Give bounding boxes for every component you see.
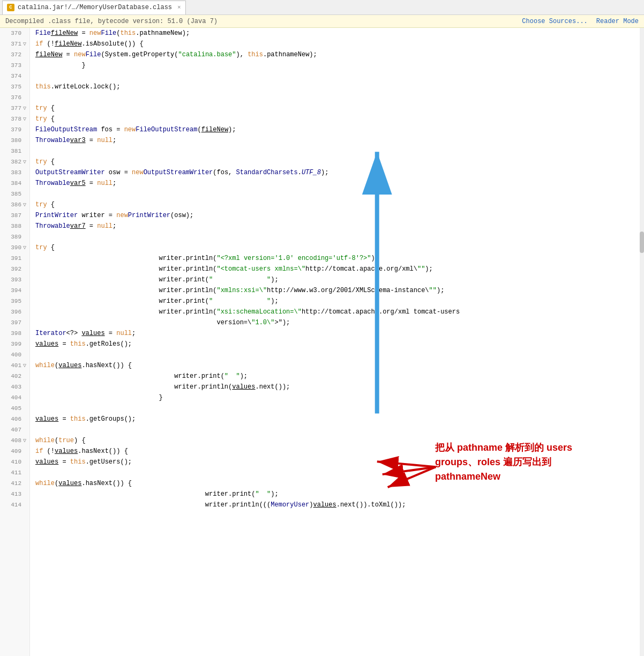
fold-placeholder [21,416,28,422]
header-actions: Choose Sources... Reader Mode [522,18,639,25]
fold-indicator [21,189,29,199]
decompiled-notice: Decompiled .class file, bytecode version… [5,18,218,25]
fold-placeholder [21,459,28,465]
fold-indicator [21,467,29,478]
line-number: 380 [0,135,21,146]
table-row [30,71,644,81]
table-row: PrintWriter writer = new PrintWriter(osw… [30,210,644,221]
line-number: 388 [0,221,21,232]
fold-placeholder [21,137,28,144]
fold-indicator [21,124,29,135]
choose-sources-link[interactable]: Choose Sources... [522,18,587,25]
table-row: values = this.getGroups(); [30,414,644,424]
annotation-line1: 把从 pathname 解析到的 users [435,441,596,455]
line-number: 398 [0,328,21,339]
fold-icon[interactable]: ▽ [21,244,28,251]
fold-indicator [21,210,29,221]
line-number: 395 [0,296,21,307]
gutter: 3703713723733743753763773783793803813823… [0,28,30,656]
fold-placeholder [21,373,28,379]
header-bar: Decompiled .class file, bytecode version… [0,15,644,28]
fold-indicator [21,328,29,339]
line-number: 401 [0,360,21,371]
line-number: 382 [0,156,21,167]
table-row: writer.print(" "); [30,274,644,285]
vertical-scrollbar[interactable] [640,28,644,656]
tab-bar: C catalina.jar!/…/MemoryUserDatabase.cla… [0,0,644,15]
fold-placeholder [21,126,28,133]
table-row: version=\"1.0\">"); [30,317,644,328]
line-number: 411 [0,467,21,478]
line-number: 377 [0,103,21,114]
fold-placeholder [21,212,28,219]
fold-icon[interactable]: ▽ [21,202,28,208]
fold-indicator [21,307,29,317]
fold-indicator [21,446,29,457]
fold-placeholder [21,341,28,347]
scrollbar-thumb[interactable] [640,232,644,253]
fold-placeholder [21,94,28,101]
annotation-line2: groups、roles 遍历写出到 [435,455,596,469]
fold-placeholder [21,234,28,240]
line-number: 374 [0,71,21,81]
fold-indicator[interactable]: ▽ [21,156,29,167]
table-row [30,92,644,103]
line-number: 392 [0,264,21,274]
table-row: values = this.getRoles(); [30,339,644,349]
fold-indicator [21,232,29,242]
fold-placeholder [21,469,28,476]
tab-close-button[interactable]: × [177,4,181,11]
code-area: 3703713723733743753763773783793803813823… [0,28,644,656]
fold-indicator[interactable]: ▽ [21,39,29,49]
fold-placeholder [21,266,28,272]
fold-icon[interactable]: ▽ [21,159,28,165]
table-row [30,232,644,242]
fold-indicator [21,457,29,467]
line-number: 414 [0,500,21,510]
fold-icon[interactable]: ▽ [21,116,28,122]
table-row: writer.println("<tomcat-users xmlns=\"ht… [30,264,644,274]
fold-placeholder [21,180,28,187]
table-row: Throwable var5 = null; [30,178,644,189]
line-number: 386 [0,199,21,210]
reader-mode-link[interactable]: Reader Mode [596,18,639,25]
fold-indicator [21,382,29,392]
table-row: try { [30,199,644,210]
fold-indicator[interactable]: ▽ [21,114,29,124]
fold-indicator[interactable]: ▽ [21,435,29,446]
fold-icon[interactable]: ▽ [21,41,28,47]
fold-indicator[interactable]: ▽ [21,199,29,210]
fold-icon[interactable]: ▽ [21,437,28,444]
table-row: OutputStreamWriter osw = new OutputStrea… [30,167,644,178]
table-row: writer.print(" "); [30,489,644,500]
fold-indicator[interactable]: ▽ [21,360,29,371]
code-lines: File fileNew = new File(this.pathnameNew… [30,28,644,510]
fold-indicator[interactable]: ▽ [21,242,29,253]
annotation-box: 把从 pathname 解析到的 users groups、roles 遍历写出… [435,441,596,484]
table-row [30,349,644,360]
fold-placeholder [21,480,28,487]
annotation-line3: pathnameNew [435,469,596,484]
fold-indicator [21,424,29,435]
fold-icon[interactable]: ▽ [21,362,28,369]
fold-icon[interactable]: ▽ [21,105,28,111]
table-row: Iterator<?> values = null; [30,328,644,339]
fold-placeholder [21,255,28,262]
file-tab[interactable]: C catalina.jar!/…/MemoryUserDatabase.cla… [2,1,186,14]
line-number: 383 [0,167,21,178]
line-number: 390 [0,242,21,253]
table-row: try { [30,103,644,114]
fold-indicator [21,285,29,296]
fold-placeholder [21,298,28,304]
table-row: try { [30,242,644,253]
table-row: this.writeLock.lock(); [30,81,644,92]
line-number: 396 [0,307,21,317]
app-window: C catalina.jar!/…/MemoryUserDatabase.cla… [0,0,644,656]
fold-indicator [21,274,29,285]
fold-indicator [21,317,29,328]
fold-placeholder [21,51,28,58]
fold-indicator[interactable]: ▽ [21,103,29,114]
line-numbers: 3703713723733743753763773783793803813823… [0,28,21,656]
line-number: 408 [0,435,21,446]
line-number: 394 [0,285,21,296]
